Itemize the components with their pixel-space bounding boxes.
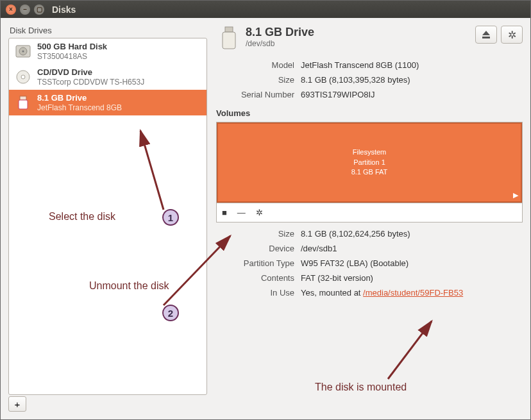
value-serial: 693TIS179WIPO8IJ <box>301 90 523 99</box>
drive-subtitle: ST3500418AS <box>37 52 107 61</box>
drive-subtitle: JetFlash Transcend 8GB <box>37 103 122 112</box>
value-model: JetFlash Transcend 8GB (1100) <box>301 60 523 70</box>
unmount-button[interactable]: ■ <box>222 208 227 217</box>
volume-toolbar: ■ — ✲ <box>216 203 523 223</box>
drive-title: 8.1 GB Drive <box>37 93 122 103</box>
drive-subtitle: TSSTcorp CDDVDW TS-H653J <box>37 78 144 87</box>
annotation-text-2: Unmount the disk <box>89 280 169 292</box>
partition-line3: 8.1 GB FAT <box>351 167 388 177</box>
partition-properties: Size8.1 GB (8,102,624,256 bytes) Device/… <box>217 226 523 300</box>
value-contents: FAT (32-bit version) <box>301 273 523 283</box>
drive-item-optical[interactable]: CD/DVD Drive TSSTcorp CDDVDW TS-H653J <box>9 64 206 90</box>
svg-rect-8 <box>223 32 235 49</box>
label-model: Model <box>217 60 301 70</box>
drive-item-hdd[interactable]: 500 GB Hard Disk ST3500418AS <box>9 38 206 64</box>
volumes-header: Volumes <box>216 102 523 122</box>
label-inuse: In Use <box>217 288 301 298</box>
eject-button[interactable] <box>475 26 497 44</box>
disc-icon <box>14 68 32 86</box>
svg-point-2 <box>22 50 24 52</box>
delete-partition-button[interactable]: — <box>237 208 246 217</box>
add-disk-button[interactable]: + <box>8 396 26 412</box>
partition-line1: Filesystem <box>353 147 387 157</box>
value-size: 8.1 GB (8,103,395,328 bytes) <box>301 75 523 85</box>
svg-marker-9 <box>482 31 490 35</box>
partition-options-button[interactable]: ✲ <box>256 208 263 217</box>
annotation-badge-1: 1 <box>162 209 179 226</box>
label-part-device: Device <box>217 244 301 253</box>
value-inuse: Yes, mounted at /media/student/59FD-FB53 <box>301 288 523 298</box>
usb-drive-icon <box>216 26 242 51</box>
drive-title: 500 GB Hard Disk <box>37 42 107 52</box>
label-size: Size <box>217 75 301 85</box>
mount-point-link[interactable]: /media/student/59FD-FB53 <box>363 288 463 298</box>
gear-icon: ✲ <box>508 29 516 41</box>
label-serial: Serial Number <box>217 90 301 99</box>
drive-device-path: /dev/sdb <box>246 39 475 48</box>
label-part-size: Size <box>217 229 301 239</box>
drive-options-button[interactable]: ✲ <box>501 26 523 44</box>
usb-icon <box>14 94 32 112</box>
annotation-text-1: Select the disk <box>49 211 115 223</box>
app-window: × – ▢ Disks Disk Drives 500 GB Hard Disk… <box>0 0 531 420</box>
window-title: Disks <box>52 4 76 15</box>
close-icon[interactable]: × <box>6 4 16 15</box>
gear-icon: ✲ <box>256 208 263 217</box>
minimize-icon[interactable]: – <box>20 4 30 15</box>
volume-map[interactable]: Filesystem Partition 1 8.1 GB FAT ▶ <box>216 122 523 203</box>
hdd-icon <box>14 42 32 60</box>
eject-icon <box>482 30 491 39</box>
drive-heading: 8.1 GB Drive <box>246 26 475 39</box>
expand-icon: ▶ <box>513 190 518 200</box>
detail-pane: 8.1 GB Drive /dev/sdb ✲ ModelJetFlash Tr… <box>216 26 523 412</box>
drive-title: CD/DVD Drive <box>37 67 144 78</box>
value-part-device: /dev/sdb1 <box>301 244 523 253</box>
value-part-size: 8.1 GB (8,102,624,256 bytes) <box>301 229 523 239</box>
label-contents: Contents <box>217 273 301 283</box>
svg-point-4 <box>21 75 25 79</box>
svg-rect-10 <box>482 37 490 38</box>
svg-rect-5 <box>20 96 26 100</box>
annotation-badge-2: 2 <box>162 305 179 321</box>
svg-rect-6 <box>19 100 28 109</box>
drive-properties: ModelJetFlash Transcend 8GB (1100) Size8… <box>217 58 523 102</box>
maximize-icon[interactable]: ▢ <box>34 4 44 15</box>
label-part-type: Partition Type <box>217 258 301 268</box>
value-part-type: W95 FAT32 (LBA) (Bootable) <box>301 258 523 268</box>
annotation-text-3: The disk is mounted <box>315 382 407 393</box>
sidebar-header: Disk Drives <box>8 26 207 38</box>
partition-line2: Partition 1 <box>353 158 385 167</box>
partition-block[interactable]: Filesystem Partition 1 8.1 GB FAT ▶ <box>217 122 522 203</box>
svg-rect-7 <box>225 27 233 32</box>
titlebar[interactable]: × – ▢ Disks <box>1 1 530 18</box>
drive-item-usb[interactable]: 8.1 GB Drive JetFlash Transcend 8GB <box>9 90 206 115</box>
inuse-prefix: Yes, mounted at <box>301 288 363 298</box>
